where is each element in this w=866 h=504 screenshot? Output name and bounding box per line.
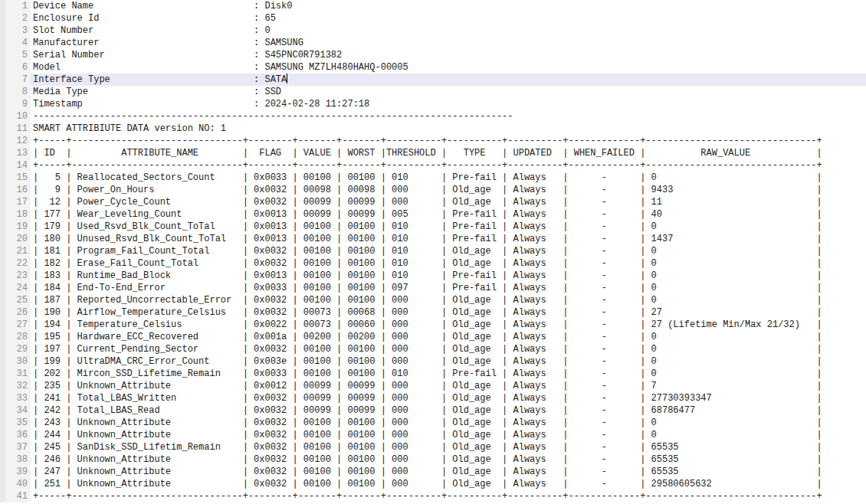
editor-line[interactable]: 5 Serial Number : S45PNC0R791382: [0, 49, 866, 61]
line-text: | 202 | Mircon_SSD_Lifetime_Remain | 0x0…: [31, 368, 866, 380]
line-number[interactable]: 24: [0, 282, 31, 294]
editor-line[interactable]: 10 -------------------------------------…: [0, 110, 866, 123]
line-text: | 187 | Reported_Uncorrectable_Error | 0…: [31, 294, 866, 306]
line-text: | 251 | Unknown_Attribute | 0x0032 | 001…: [31, 478, 866, 490]
editor-line[interactable]: 28 | 195 | Hardware_ECC_Recovered | 0x00…: [0, 331, 866, 343]
line-number[interactable]: 19: [0, 221, 31, 233]
editor-line[interactable]: 40 | 251 | Unknown_Attribute | 0x0032 | …: [0, 478, 866, 490]
editor-line[interactable]: 6 Model : SAMSUNG MZ7LH480HAHQ-00005: [0, 61, 866, 74]
editor-line[interactable]: 37 | 245 | SanDisk_SSD_Lifetim_Remain | …: [0, 441, 866, 453]
text-editor: 1 Device Name : Disk0 2 Enclosure Id : 6…: [0, 0, 866, 504]
editor-line[interactable]: 32 | 235 | Unknown_Attribute | 0x0012 | …: [0, 380, 866, 392]
line-number[interactable]: 11: [0, 123, 31, 135]
line-number[interactable]: 6: [0, 61, 31, 74]
editor-line[interactable]: 21 | 181 | Program_Fail_Count_Total | 0x…: [0, 245, 866, 257]
line-number[interactable]: 2: [0, 12, 31, 25]
editor-line[interactable]: 3 Slot Number : 0: [0, 25, 866, 37]
editor-line[interactable]: 18 | 177 | Wear_Leveling_Count | 0x0013 …: [0, 208, 866, 221]
line-number[interactable]: 30: [0, 355, 31, 368]
editor-line[interactable]: 35 | 243 | Unknown_Attribute | 0x0032 | …: [0, 417, 866, 429]
line-text: SMART ATTRIBIUTE DATA version NO: 1: [31, 123, 866, 135]
line-number[interactable]: 40: [0, 478, 31, 490]
editor-line[interactable]: 29 | 197 | Current_Pending_Sector | 0x00…: [0, 343, 866, 355]
line-text: | 12 | Power_Cycle_Count | 0x0032 | 0009…: [31, 196, 866, 208]
line-text: | 247 | Unknown_Attribute | 0x0032 | 001…: [31, 466, 866, 478]
editor-line[interactable]: 14 +-----+------------------------------…: [0, 159, 866, 172]
line-number[interactable]: 33: [0, 392, 31, 404]
editor-line[interactable]: 23 | 183 | Runtime_Bad_Block | 0x0013 | …: [0, 270, 866, 282]
line-number[interactable]: 22: [0, 257, 31, 270]
editor-line[interactable]: 34 | 242 | Total_LBAS_Read | 0x0032 | 00…: [0, 404, 866, 417]
line-number[interactable]: 13: [0, 147, 31, 159]
editor-line[interactable]: 7 Interface Type : SATA: [0, 74, 866, 86]
editor-line[interactable]: 22 | 182 | Erase_Fail_Count_Total | 0x00…: [0, 257, 866, 270]
line-number[interactable]: 27: [0, 319, 31, 331]
editor-line[interactable]: 17 | 12 | Power_Cycle_Count | 0x0032 | 0…: [0, 196, 866, 208]
line-text: Media Type : SSD: [31, 86, 866, 98]
editor-line[interactable]: 41 +-----+------------------------------…: [0, 490, 866, 502]
editor-line[interactable]: 20 | 180 | Unused_Rsvd_Blk_Count_ToTal |…: [0, 233, 866, 245]
line-number[interactable]: 28: [0, 331, 31, 343]
line-text: +-----+-------------------------------+-…: [31, 159, 866, 172]
editor-line[interactable]: 11 SMART ATTRIBIUTE DATA version NO: 1: [0, 123, 866, 135]
editor-line[interactable]: 25 | 187 | Reported_Uncorrectable_Error …: [0, 294, 866, 306]
line-text: | ID | ATTRIBUTE_NAME | FLAG | VALUE | W…: [31, 147, 866, 159]
line-text: | 241 | Total_LBAS_Written | 0x0032 | 00…: [31, 392, 866, 404]
line-number[interactable]: 36: [0, 429, 31, 441]
line-text: | 197 | Current_Pending_Sector | 0x0032 …: [31, 343, 866, 355]
line-number[interactable]: 12: [0, 135, 31, 147]
line-number[interactable]: 10: [0, 110, 31, 123]
line-number[interactable]: 39: [0, 466, 31, 478]
editor-line[interactable]: 2 Enclosure Id : 65: [0, 12, 866, 25]
line-text: | 199 | UltraDMA_CRC_Error_Count | 0x003…: [31, 355, 866, 368]
editor-line[interactable]: 38 | 246 | Unknown_Attribute | 0x0032 | …: [0, 453, 866, 466]
line-number[interactable]: 5: [0, 49, 31, 61]
line-number[interactable]: 16: [0, 184, 31, 196]
line-number[interactable]: 38: [0, 453, 31, 466]
line-text: | 190 | Airflow_Temperature_Celsius | 0x…: [31, 306, 866, 319]
line-number[interactable]: 23: [0, 270, 31, 282]
line-number[interactable]: 14: [0, 159, 31, 172]
line-text: | 246 | Unknown_Attribute | 0x0032 | 001…: [31, 453, 866, 466]
editor-line[interactable]: 39 | 247 | Unknown_Attribute | 0x0032 | …: [0, 466, 866, 478]
editor-line[interactable]: 24 | 184 | End-To-End_Error | 0x0033 | 0…: [0, 282, 866, 294]
line-number[interactable]: 41: [0, 490, 31, 502]
editor-line[interactable]: 1 Device Name : Disk0: [0, 0, 866, 12]
line-number[interactable]: 9: [0, 98, 31, 110]
line-number[interactable]: 25: [0, 294, 31, 306]
editor-line[interactable]: 36 | 244 | Unknown_Attribute | 0x0032 | …: [0, 429, 866, 441]
editor-line[interactable]: 15 | 5 | Reallocated_Sectors_Count | 0x0…: [0, 172, 866, 184]
line-number[interactable]: 1: [0, 0, 31, 12]
editor-line[interactable]: 4 Manufacturer : SAMSUNG: [0, 37, 866, 49]
editor-line[interactable]: 16 | 9 | Power_On_Hours | 0x0032 | 00098…: [0, 184, 866, 196]
line-number[interactable]: 4: [0, 37, 31, 49]
line-number[interactable]: 3: [0, 25, 31, 37]
line-number[interactable]: 18: [0, 208, 31, 221]
line-number[interactable]: 35: [0, 417, 31, 429]
line-number[interactable]: 26: [0, 306, 31, 319]
editor-line[interactable]: 26 | 190 | Airflow_Temperature_Celsius |…: [0, 306, 866, 319]
editor-line[interactable]: 13 | ID | ATTRIBUTE_NAME | FLAG | VALUE …: [0, 147, 866, 159]
editor-line[interactable]: 19 | 179 | Used_Rsvd_Blk_Count_ToTal | 0…: [0, 221, 866, 233]
line-number[interactable]: 34: [0, 404, 31, 417]
line-number[interactable]: 31: [0, 368, 31, 380]
line-number[interactable]: 8: [0, 86, 31, 98]
line-number[interactable]: 17: [0, 196, 31, 208]
line-number[interactable]: 20: [0, 233, 31, 245]
line-number[interactable]: 7: [0, 74, 31, 86]
line-text: Serial Number : S45PNC0R791382: [31, 49, 866, 61]
editor-line[interactable]: 9 Timestamp : 2024-02-28 11:27:18: [0, 98, 866, 110]
line-text: | 194 | Temperature_Celsius | 0x0022 | 0…: [31, 319, 866, 331]
line-number[interactable]: 15: [0, 172, 31, 184]
editor-line[interactable]: 12 +-----+------------------------------…: [0, 135, 866, 147]
line-text: | 9 | Power_On_Hours | 0x0032 | 00098 | …: [31, 184, 866, 196]
line-number[interactable]: 32: [0, 380, 31, 392]
line-number[interactable]: 37: [0, 441, 31, 453]
line-number[interactable]: 21: [0, 245, 31, 257]
line-number[interactable]: 29: [0, 343, 31, 355]
editor-line[interactable]: 31 | 202 | Mircon_SSD_Lifetime_Remain | …: [0, 368, 866, 380]
editor-line[interactable]: 8 Media Type : SSD: [0, 86, 866, 98]
editor-line[interactable]: 30 | 199 | UltraDMA_CRC_Error_Count | 0x…: [0, 355, 866, 368]
editor-line[interactable]: 33 | 241 | Total_LBAS_Written | 0x0032 |…: [0, 392, 866, 404]
editor-line[interactable]: 27 | 194 | Temperature_Celsius | 0x0022 …: [0, 319, 866, 331]
